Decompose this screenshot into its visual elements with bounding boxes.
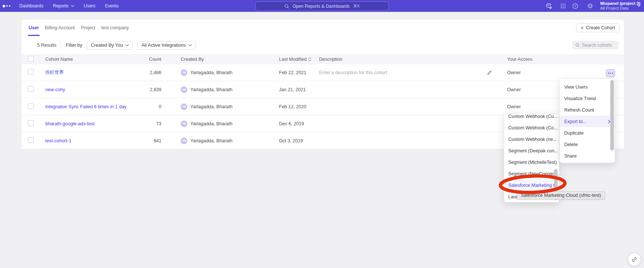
- global-search-placeholder: Open Reports & Dashboards: [293, 4, 350, 9]
- cohort-name-link[interactable]: 你好世界: [45, 70, 64, 75]
- table-row: Integration Sync Failed 6 times in 1 day…: [22, 98, 624, 115]
- row-checkbox[interactable]: [28, 120, 34, 126]
- mixpanel-logo-icon[interactable]: [3, 5, 17, 7]
- cohort-name-link[interactable]: test-cohort-1: [45, 138, 71, 143]
- help-icon[interactable]: ?: [572, 3, 578, 9]
- header-description: Description: [319, 57, 484, 62]
- cohort-name-link[interactable]: new-cohy: [45, 87, 65, 92]
- header-count[interactable]: Count: [141, 57, 161, 62]
- project-chevron-down-icon: [637, 4, 641, 7]
- last-modified-date: Feb 12, 2020: [279, 104, 319, 109]
- header-cohort-name[interactable]: Cohort Name: [36, 57, 141, 62]
- creator-name: Yarlagadda, Bharath: [190, 104, 233, 109]
- submenu-item-segment-michelletest[interactable]: Segment (MichelleTest): [504, 156, 559, 168]
- last-modified-date: Oct 3, 2019: [279, 138, 319, 143]
- cohort-type-tabs: User Billing Account Project test compan…: [22, 20, 624, 36]
- project-name: Mixpanel (project 3): [600, 1, 640, 6]
- nav-item-dashboards[interactable]: Dashboards: [19, 3, 43, 9]
- project-scope: All Project Data: [600, 6, 640, 10]
- data-governance-icon[interactable]: [546, 3, 552, 9]
- access-level: Owner: [500, 70, 600, 75]
- submenu-item-custom-webhook-2[interactable]: Custom Webhook (Co...: [504, 122, 559, 133]
- settings-gear-icon[interactable]: [587, 3, 593, 9]
- project-switcher[interactable]: Mixpanel (project 3) All Project Data: [600, 1, 640, 10]
- search-cohorts-input[interactable]: Search cohorts: [572, 41, 618, 49]
- menu-item-refresh-count[interactable]: Refresh Count: [560, 104, 615, 116]
- menu-item-delete[interactable]: Delete: [560, 139, 615, 150]
- export-to-submenu: Custom Webhook (Cu... Custom Webhook (Co…: [504, 113, 559, 202]
- plus-icon: +: [581, 25, 584, 30]
- row-checkbox[interactable]: [28, 69, 34, 75]
- submenu-item-salesforce-marketing-cloud[interactable]: Salesforce Marketing C...: [504, 179, 559, 191]
- top-navigation: Dashboards Reports Users Events Open Rep…: [0, 0, 644, 12]
- creator-name: Yarlagadda, Bharath: [190, 70, 233, 75]
- header-last-modified[interactable]: Last Modified: [279, 57, 319, 62]
- creator-name: Yarlagadda, Bharath: [190, 138, 233, 143]
- cohort-name-link[interactable]: Integration Sync Failed 6 times in 1 day: [45, 104, 126, 109]
- menu-item-export-to[interactable]: Export to...: [560, 116, 615, 127]
- search-icon: [575, 43, 580, 47]
- integration-tooltip: Salesforce Marketing Cloud (sfmc-test): [517, 191, 605, 199]
- integrations-filter-dropdown[interactable]: All Active Integrations: [137, 41, 196, 50]
- context-menu-scrollbar[interactable]: [610, 80, 614, 150]
- row-checkbox[interactable]: [28, 137, 34, 143]
- cohort-count: 2,486: [141, 70, 161, 75]
- avatar: YB: [181, 69, 187, 76]
- primary-nav: Dashboards Reports Users Events: [19, 3, 119, 9]
- search-shortcut: ⌘K: [353, 4, 360, 9]
- creator-name: Yarlagadda, Bharath: [190, 87, 233, 92]
- creator-name: Yarlagadda, Bharath: [190, 121, 233, 126]
- table-row: new-cohy 2,639 YBYarlagadda, Bharath Jan…: [22, 81, 624, 98]
- sort-icon: [308, 57, 311, 62]
- menu-item-share[interactable]: Share: [560, 150, 615, 162]
- cohort-count: 73: [141, 121, 161, 126]
- avatar: YB: [181, 86, 187, 93]
- tab-billing-account[interactable]: Billing Account: [42, 20, 78, 36]
- link-icon: [631, 257, 637, 262]
- header-created-by[interactable]: Created By: [161, 57, 279, 62]
- cohort-count: 641: [141, 138, 161, 143]
- global-search-input[interactable]: Open Reports & Dashboards ⌘K: [255, 1, 389, 11]
- nav-item-reports[interactable]: Reports: [53, 3, 74, 9]
- apps-grid-icon[interactable]: [560, 3, 566, 9]
- svg-text:?: ?: [574, 4, 576, 8]
- menu-item-view-users[interactable]: View Users: [560, 81, 615, 93]
- last-modified-date: Feb 22, 2021: [279, 70, 319, 75]
- filter-by-label: Filter by: [66, 43, 82, 48]
- chevron-down-icon: [71, 5, 74, 7]
- description-placeholder[interactable]: Enter a description for this cohort: [319, 70, 387, 75]
- menu-item-visualize-trend[interactable]: Visualize Trend: [560, 93, 615, 104]
- submenu-item-segment-newconnec[interactable]: Segment (NewConnec...: [504, 168, 559, 179]
- header-your-access: Your Access: [500, 57, 600, 62]
- nav-item-users[interactable]: Users: [84, 3, 95, 9]
- submenu-item-custom-webhook-1[interactable]: Custom Webhook (Cu...: [504, 113, 559, 122]
- cohort-context-menu: View Users Visualize Trend Refresh Count…: [559, 79, 615, 163]
- row-overflow-menu-button[interactable]: [606, 69, 615, 77]
- chevron-down-icon: [125, 44, 129, 46]
- table-header-row: Cohort Name Count Created By Last Modifi…: [22, 54, 624, 64]
- copy-link-button[interactable]: [628, 253, 641, 266]
- select-all-checkbox[interactable]: [28, 56, 34, 62]
- results-count: 5 Results: [37, 43, 56, 48]
- create-cohort-button[interactable]: + Create Cohort: [576, 23, 620, 32]
- created-by-filter-dropdown[interactable]: Created By You: [87, 41, 133, 50]
- nav-item-events[interactable]: Events: [105, 3, 119, 9]
- tab-user[interactable]: User: [26, 20, 42, 36]
- toolbar-divider: [61, 42, 61, 49]
- tab-project[interactable]: Project: [78, 20, 98, 36]
- submenu-item-custom-webhook-3[interactable]: Custom Webhook (ne...: [504, 133, 559, 145]
- avatar: YB: [181, 138, 187, 144]
- edit-pencil-icon[interactable]: [487, 70, 492, 75]
- last-modified-date: Jan 21, 2021: [279, 87, 319, 92]
- menu-item-duplicate[interactable]: Duplicate: [560, 127, 615, 139]
- cohort-name-link[interactable]: bharath-google-ads-test: [45, 121, 95, 126]
- search-cohorts-placeholder: Search cohorts: [582, 43, 612, 48]
- search-icon: [284, 4, 289, 9]
- row-checkbox[interactable]: [28, 86, 34, 92]
- row-checkbox[interactable]: [28, 103, 34, 109]
- tab-test-company[interactable]: test company: [98, 20, 132, 36]
- table-row: 你好世界 2,486 YBYarlagadda, Bharath Feb 22,…: [22, 64, 624, 81]
- chevron-down-icon: [188, 44, 192, 46]
- submenu-item-segment-deepak[interactable]: Segment (Deepak con...: [504, 145, 559, 156]
- cohort-count: 2,639: [141, 87, 161, 92]
